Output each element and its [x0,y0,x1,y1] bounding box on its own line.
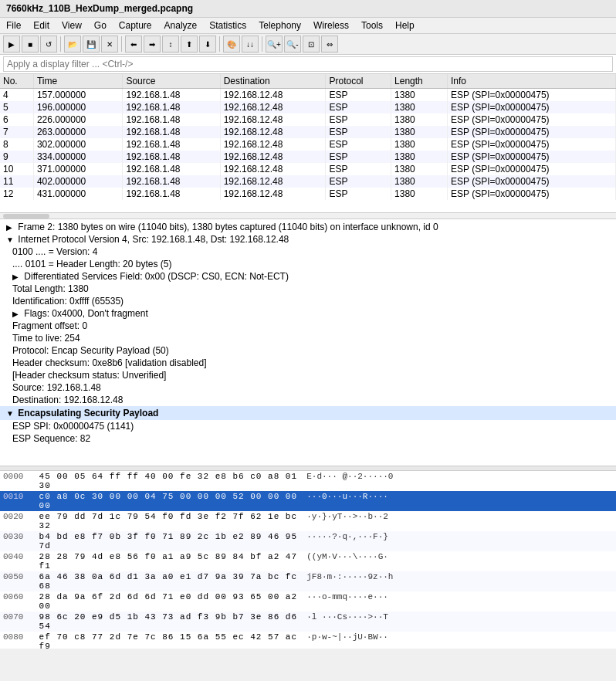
toolbar-stop-btn[interactable]: ■ [22,36,39,53]
hex-offset: 0070 [3,612,34,631]
menu-telephony[interactable]: Telephony [252,18,307,33]
frame-expand-icon[interactable]: ▶ [6,223,15,232]
hex-row[interactable]: 0070 98 6c 20 e9 d5 1b 43 73 ad f3 9b b7… [0,612,616,632]
detail-ip-id: Identification: 0xffff (65535) [0,295,616,307]
toolbar: ▶ ■ ↺ 📂 💾 ✕ ⬅ ➡ ↕ ⬆ ⬇ 🎨 ↓↓ 🔍+ 🔍- ⊡ ⇔ [0,34,616,55]
filter-bar [0,55,616,74]
toolbar-sep1 [60,36,61,52]
detail-ip-flags: ▶ Flags: 0x4000, Don't fragment [0,307,616,320]
packet-list[interactable]: No. Time Source Destination Protocol Len… [0,74,616,213]
toolbar-back-btn[interactable]: ⬅ [125,36,142,53]
detail-esp-seq: ESP Sequence: 82 [0,432,616,445]
hex-offset: 0050 [3,572,34,591]
detail-ip-frag: Fragment offset: 0 [0,320,616,332]
hex-row[interactable]: 0000 45 00 05 64 ff ff 40 00 fe 32 e8 b6… [0,471,616,491]
detail-panel[interactable]: ▶ Frame 2: 1380 bytes on wire (11040 bit… [0,219,616,466]
hex-row[interactable]: 0040 28 28 79 4d e8 56 f0 a1 a9 5c 89 84… [0,551,616,571]
toolbar-resize-btn[interactable]: ⇔ [321,36,338,53]
menu-tools[interactable]: Tools [355,18,389,33]
hex-bytes: ef 70 c8 77 2d 7e 7c 86 15 6a 55 ec 42 5… [39,632,302,649]
toolbar-sep4 [262,36,262,52]
toolbar-zoomin-btn[interactable]: 🔍+ [266,36,283,53]
menu-wireless[interactable]: Wireless [307,18,355,33]
hex-bytes: 28 da 9a 6f 2d 6d 6d 71 e0 dd 00 93 65 0… [39,592,302,611]
hex-row[interactable]: 0030 b4 bd e8 f7 0b 3f f0 71 89 2c 1b e2… [0,531,616,551]
hex-offset: 0060 [3,592,34,611]
flags-expand-icon[interactable]: ▶ [12,310,22,318]
menu-analyze[interactable]: Analyze [158,18,204,33]
filter-input[interactable] [3,56,613,72]
col-src: Source [123,74,220,89]
table-row[interactable]: 4157.000000192.168.1.48192.168.12.48ESP1… [0,89,616,102]
menu-statistics[interactable]: Statistics [203,18,252,33]
window-title: 7660kHz_110B_HexDump_merged.pcapng [6,3,193,14]
detail-ip-header-row: ▼ Internet Protocol Version 4, Src: 192.… [0,233,616,246]
hex-bytes: c0 a8 0c 30 00 00 04 75 00 00 00 52 00 0… [39,492,302,510]
detail-frame-row: ▶ Frame 2: 1380 bytes on wire (11040 bit… [0,221,616,233]
menu-go[interactable]: Go [88,18,113,33]
hex-row[interactable]: 0080 ef 70 c8 77 2d 7e 7c 86 15 6a 55 ec… [0,632,616,649]
detail-ip-cksum-status: [Header checksum status: Unverified] [0,369,616,381]
hex-offset: 0030 [3,532,34,551]
menu-file[interactable]: File [0,18,27,33]
toolbar-start-btn[interactable]: ▶ [3,36,20,53]
col-proto: Protocol [326,74,391,89]
hex-bytes: 45 00 05 64 ff ff 40 00 fe 32 e8 b6 c0 a… [39,472,302,490]
table-row[interactable]: 6226.000000192.168.1.48192.168.12.48ESP1… [0,114,616,126]
hex-bytes: 28 28 79 4d e8 56 f0 a1 a9 5c 89 84 bf a… [39,552,302,571]
scrollbar-thumb[interactable] [3,214,49,219]
menu-view[interactable]: View [56,18,88,33]
toolbar-zoomout-btn[interactable]: 🔍- [284,36,301,53]
detail-frame-text: Frame 2: 1380 bytes on wire (11040 bits)… [18,222,438,232]
detail-ip-dst: Destination: 192.168.12.48 [0,394,616,406]
hex-row[interactable]: 0020 ee 79 dd 7d 1c 79 54 f0 fd 3e f2 7f… [0,511,616,531]
toolbar-colorize-btn[interactable]: 🎨 [223,36,240,53]
hex-bytes: 98 6c 20 e9 d5 1b 43 73 ad f3 9b b7 3e 8… [39,612,302,631]
toolbar-close-btn[interactable]: ✕ [101,36,118,53]
hex-row[interactable]: 0050 6a 46 38 0a 6d d1 3a a0 e1 d7 9a 39… [0,571,616,591]
hex-offset: 0010 [3,492,34,510]
table-row[interactable]: 5196.000000192.168.1.48192.168.12.48ESP1… [0,101,616,114]
toolbar-autoscroll-btn[interactable]: ↓↓ [242,36,259,53]
packet-scrollbar[interactable] [0,213,616,219]
toolbar-open-btn[interactable]: 📂 [64,36,81,53]
detail-ip-ttl: Time to live: 254 [0,332,616,344]
table-row[interactable]: 10371.000000192.168.1.48192.168.12.48ESP… [0,163,616,175]
menu-capture[interactable]: Capture [113,18,158,33]
esp-expand-icon[interactable]: ▼ [6,409,15,418]
hex-panel[interactable]: 0000 45 00 05 64 ff ff 40 00 fe 32 e8 b6… [0,471,616,649]
table-row[interactable]: 11402.000000192.168.1.48192.168.12.48ESP… [0,175,616,188]
toolbar-save-btn[interactable]: 💾 [83,36,100,53]
toolbar-bottom-btn[interactable]: ⬇ [199,36,216,53]
toolbar-goto-btn[interactable]: ↕ [162,36,179,53]
menu-help[interactable]: Help [389,18,421,33]
table-row[interactable]: 7263.000000192.168.1.48192.168.12.48ESP1… [0,126,616,138]
ip-expand-icon[interactable]: ▼ [6,235,15,244]
dscp-expand-icon[interactable]: ▶ [12,273,22,281]
hex-row[interactable]: 0060 28 da 9a 6f 2d 6d 6d 71 e0 dd 00 93… [0,591,616,612]
hex-ascii: ·y·}·yT··>··b··2 [306,512,388,530]
detail-ip-dscp: ▶ Differentiated Services Field: 0x00 (D… [0,270,616,283]
hex-row[interactable]: 0010 c0 a8 0c 30 00 00 04 75 00 00 00 52… [0,491,616,511]
toolbar-top-btn[interactable]: ⬆ [181,36,198,53]
toolbar-fwd-btn[interactable]: ➡ [144,36,161,53]
col-time: Time [33,74,123,89]
table-row[interactable]: 12431.000000192.168.1.48192.168.12.48ESP… [0,188,616,200]
hex-offset: 0080 [3,632,34,649]
toolbar-zoomreset-btn[interactable]: ⊡ [303,36,320,53]
toolbar-sep2 [121,36,122,52]
detail-ip-text: Internet Protocol Version 4, Src: 192.16… [18,234,289,245]
title-bar: 7660kHz_110B_HexDump_merged.pcapng [0,0,616,18]
hex-bytes: b4 bd e8 f7 0b 3f f0 71 89 2c 1b e2 89 4… [39,532,302,551]
hex-ascii: ((yM·V···\····G· [306,552,388,571]
detail-ip-totlen: Total Length: 1380 [0,283,616,295]
menu-bar: File Edit View Go Capture Analyze Statis… [0,18,616,34]
hex-ascii: jF8·m·:·····9z··h [306,572,393,591]
col-len: Length [391,74,448,89]
hex-ascii: ·p·w-~|··jU·BW·· [306,632,388,649]
toolbar-restart-btn[interactable]: ↺ [40,36,57,53]
menu-edit[interactable]: Edit [27,18,56,33]
table-row[interactable]: 8302.000000192.168.1.48192.168.12.48ESP1… [0,138,616,151]
detail-esp-section[interactable]: ▼ Encapsulating Security Payload [0,406,616,420]
table-row[interactable]: 9334.000000192.168.1.48192.168.12.48ESP1… [0,151,616,163]
